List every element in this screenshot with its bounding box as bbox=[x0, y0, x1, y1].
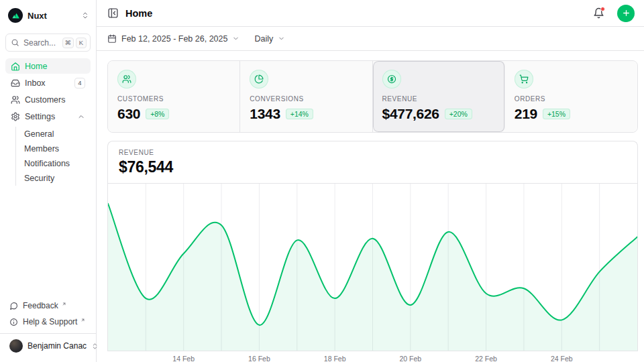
users-icon bbox=[117, 70, 136, 88]
sidebar-item-security[interactable]: Security bbox=[16, 171, 91, 186]
kbd-meta: ⌘ bbox=[62, 38, 74, 48]
chart-label: REVENUE bbox=[119, 149, 627, 156]
period-label: Daily bbox=[254, 34, 273, 44]
stat-card-conversions[interactable]: CONVERSIONS 1343 +14% bbox=[240, 61, 372, 132]
chart-total-value: $76,544 bbox=[119, 158, 627, 176]
x-tick-label: 16 Feb bbox=[248, 355, 270, 362]
date-range-label: Feb 12, 2025 - Feb 26, 2025 bbox=[121, 34, 227, 44]
sidebar-item-label: Inbox bbox=[25, 78, 70, 88]
search-shortcut: ⌘ K bbox=[62, 38, 87, 48]
user-menu[interactable]: Benjamin Canac bbox=[0, 333, 96, 357]
stat-card-customers[interactable]: CUSTOMERS 630 +8% bbox=[108, 61, 240, 132]
sidebar-nav: Home Inbox 4 Customers Settings bbox=[5, 58, 91, 187]
search-input[interactable] bbox=[23, 38, 58, 48]
content-area: CUSTOMERS 630 +8% CONVERSIONS 1343 +14% bbox=[97, 51, 644, 351]
gear-icon bbox=[11, 112, 20, 121]
stat-delta-badge: +15% bbox=[543, 109, 570, 119]
add-button[interactable] bbox=[617, 5, 635, 22]
user-name: Benjamin Canac bbox=[28, 341, 87, 351]
stat-label: CUSTOMERS bbox=[117, 95, 230, 103]
app-window: Nuxt ⌘ K Home bbox=[0, 0, 644, 362]
sidebar-item-label: Customers bbox=[25, 95, 85, 105]
sidebar: Nuxt ⌘ K Home bbox=[0, 0, 97, 362]
x-tick-label: 20 Feb bbox=[399, 355, 421, 362]
info-circle-icon bbox=[9, 318, 18, 326]
x-tick-label: 24 Feb bbox=[551, 355, 573, 362]
filters-toolbar: Feb 12, 2025 - Feb 26, 2025 Daily bbox=[97, 27, 644, 51]
help-support-link[interactable]: Help & Support bbox=[5, 314, 91, 329]
x-tick-label: 22 Feb bbox=[475, 355, 497, 362]
sidebar-item-members[interactable]: Members bbox=[16, 141, 91, 156]
external-link-icon bbox=[80, 318, 85, 322]
feedback-link[interactable]: Feedback bbox=[5, 298, 91, 313]
sidebar-collapse-icon[interactable] bbox=[107, 7, 119, 19]
notifications-button[interactable] bbox=[589, 4, 608, 23]
search-icon bbox=[11, 38, 19, 47]
chevron-down-icon bbox=[278, 35, 285, 42]
chevrons-up-down-icon bbox=[81, 11, 89, 19]
inbox-count-badge: 4 bbox=[74, 78, 85, 88]
stat-card-orders[interactable]: ORDERS 219 +15% bbox=[505, 61, 637, 132]
cart-icon bbox=[515, 70, 533, 88]
chevron-up-icon bbox=[77, 113, 85, 121]
sidebar-item-customers[interactable]: Customers bbox=[5, 92, 91, 107]
stat-value: $477,626 bbox=[382, 106, 439, 122]
nuxt-logo-icon bbox=[8, 8, 23, 23]
search-input-wrapper[interactable]: ⌘ K bbox=[5, 34, 91, 52]
sidebar-item-label: Home bbox=[25, 62, 85, 71]
revenue-chart-svg bbox=[108, 184, 637, 351]
stat-delta-badge: +20% bbox=[445, 109, 472, 119]
sidebar-item-inbox[interactable]: Inbox 4 bbox=[5, 75, 91, 90]
stat-value: 630 bbox=[117, 106, 140, 122]
stat-label: CONVERSIONS bbox=[250, 95, 362, 103]
date-range-picker[interactable]: Feb 12, 2025 - Feb 26, 2025 bbox=[107, 34, 239, 44]
x-axis-ticks: 14 Feb16 Feb18 Feb20 Feb22 Feb24 Feb bbox=[108, 351, 637, 362]
page-title: Home bbox=[125, 8, 582, 19]
stat-delta-badge: +8% bbox=[146, 109, 169, 119]
stat-value: 219 bbox=[515, 106, 537, 122]
stat-label: ORDERS bbox=[515, 95, 628, 103]
period-select[interactable]: Daily bbox=[254, 34, 285, 44]
external-link-icon bbox=[62, 302, 66, 306]
stat-label: REVENUE bbox=[382, 95, 495, 103]
notification-dot bbox=[600, 7, 605, 11]
stats-grid: CUSTOMERS 630 +8% CONVERSIONS 1343 +14% bbox=[107, 60, 638, 133]
sidebar-item-settings[interactable]: Settings bbox=[5, 109, 91, 124]
users-icon bbox=[11, 95, 20, 105]
sidebar-item-general[interactable]: General bbox=[16, 127, 91, 141]
chevron-down-icon bbox=[232, 35, 239, 42]
revenue-chart[interactable]: 14 Feb16 Feb18 Feb20 Feb22 Feb24 Feb bbox=[108, 184, 637, 351]
stat-delta-badge: +14% bbox=[286, 109, 313, 119]
dollar-circle-icon bbox=[382, 70, 401, 88]
sidebar-item-notifications[interactable]: Notifications bbox=[16, 156, 91, 171]
x-tick-label: 18 Feb bbox=[324, 355, 346, 362]
sidebar-item-home[interactable]: Home bbox=[5, 58, 91, 74]
message-circle-icon bbox=[9, 302, 18, 310]
page-header: Home bbox=[97, 0, 644, 27]
x-tick-label: 14 Feb bbox=[172, 355, 195, 362]
plus-icon bbox=[622, 9, 631, 17]
pie-chart-icon bbox=[250, 70, 268, 88]
sidebar-footer: Feedback Help & Support bbox=[5, 298, 91, 333]
feedback-label: Feedback bbox=[23, 301, 58, 310]
calendar-icon bbox=[107, 34, 117, 44]
revenue-chart-card: REVENUE $76,544 14 Feb16 Feb18 Feb20 Feb… bbox=[107, 141, 638, 351]
chart-header: REVENUE $76,544 bbox=[108, 141, 637, 184]
stat-card-revenue[interactable]: REVENUE $477,626 +20% bbox=[373, 61, 505, 132]
kbd-key: K bbox=[76, 38, 87, 48]
sidebar-item-label: Settings bbox=[25, 112, 72, 121]
main-panel: Home Feb 12, 2025 - Feb 26, 2025 Daily bbox=[97, 0, 644, 362]
settings-submenu: General Members Notifications Security bbox=[15, 127, 91, 186]
inbox-icon bbox=[11, 78, 20, 88]
user-avatar bbox=[9, 339, 23, 353]
workspace-name: Nuxt bbox=[28, 11, 76, 21]
home-icon bbox=[11, 62, 20, 71]
stat-value: 1343 bbox=[250, 106, 280, 122]
workspace-selector[interactable]: Nuxt bbox=[5, 5, 91, 25]
help-support-label: Help & Support bbox=[23, 317, 77, 326]
